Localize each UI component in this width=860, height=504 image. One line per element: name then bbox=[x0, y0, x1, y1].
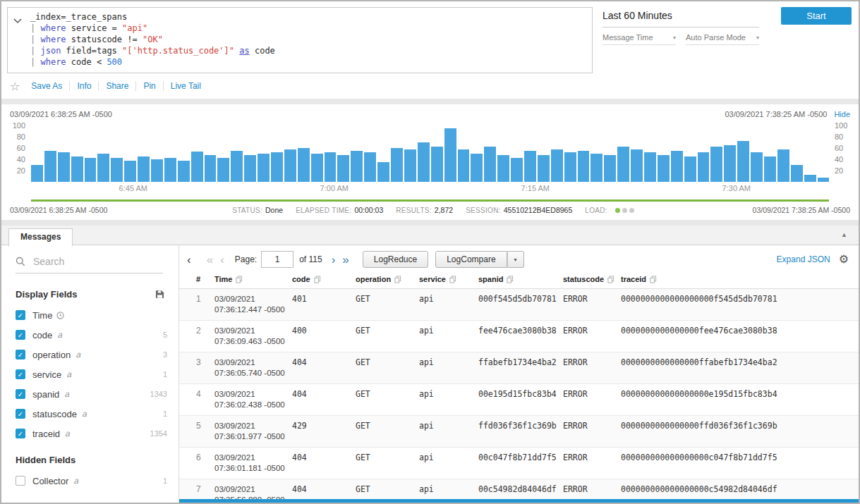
histogram-bar[interactable] bbox=[604, 155, 616, 182]
field-row-operation[interactable]: ✓operationa3 bbox=[16, 345, 167, 364]
field-checkbox[interactable]: ✓ bbox=[16, 389, 25, 399]
column-header-spanid[interactable]: spanid bbox=[478, 275, 563, 283]
histogram-bar[interactable] bbox=[777, 149, 789, 182]
start-button[interactable]: Start bbox=[781, 7, 852, 25]
histogram-bar[interactable] bbox=[751, 152, 763, 182]
histogram-bar[interactable] bbox=[591, 154, 602, 182]
histogram-bar[interactable] bbox=[511, 158, 523, 182]
histogram-bar[interactable] bbox=[217, 158, 229, 182]
column-header-num[interactable]: # bbox=[196, 275, 214, 283]
message-time-dropdown[interactable]: Message Time ▾ bbox=[602, 33, 676, 45]
field-row-collector[interactable]: Collectora1 bbox=[16, 471, 167, 491]
histogram-bar[interactable] bbox=[284, 149, 296, 182]
histogram-bar[interactable] bbox=[364, 152, 376, 182]
settings-gear-icon[interactable]: ⚙ bbox=[839, 254, 849, 265]
field-checkbox[interactable]: ✓ bbox=[16, 350, 25, 359]
expand-json-link[interactable]: Expand JSON bbox=[777, 254, 830, 264]
histogram-bar[interactable] bbox=[818, 178, 830, 182]
copy-icon[interactable] bbox=[607, 276, 614, 283]
time-range-dropdown[interactable]: Last 60 Minutes bbox=[602, 7, 759, 27]
save-fields-icon[interactable] bbox=[155, 290, 164, 299]
histogram-bar[interactable] bbox=[31, 165, 43, 182]
histogram-bar[interactable] bbox=[164, 158, 176, 182]
table-row[interactable]: 203/09/202107:36:09.463 -0500400GETapife… bbox=[179, 321, 859, 352]
horizontal-scrollbar[interactable] bbox=[179, 499, 859, 503]
histogram-bar[interactable] bbox=[791, 165, 803, 182]
copy-icon[interactable] bbox=[449, 276, 456, 283]
histogram-bar[interactable] bbox=[497, 155, 509, 182]
histogram-bar[interactable] bbox=[298, 148, 310, 182]
histogram-bar[interactable] bbox=[698, 152, 710, 182]
histogram-bar[interactable] bbox=[404, 149, 416, 182]
histogram-bar[interactable] bbox=[644, 152, 656, 182]
table-row[interactable]: 503/09/202107:36:01.977 -0500429GETapiff… bbox=[179, 416, 859, 448]
histogram-bar[interactable] bbox=[524, 151, 536, 182]
histogram-bar[interactable] bbox=[71, 156, 83, 182]
histogram-bar[interactable] bbox=[551, 149, 563, 182]
copy-icon[interactable] bbox=[394, 276, 401, 283]
prev-page-icon[interactable]: ‹ bbox=[217, 254, 228, 266]
next-page-icon[interactable]: › bbox=[328, 254, 339, 266]
column-header-statuscode[interactable]: statuscode bbox=[563, 275, 621, 283]
histogram-bar[interactable] bbox=[458, 149, 470, 182]
histogram-bar[interactable] bbox=[111, 158, 123, 182]
table-row[interactable]: 303/09/202107:36:05.740 -0500404GETapiff… bbox=[179, 352, 859, 384]
histogram-bar[interactable] bbox=[724, 145, 736, 182]
action-link-live-tail[interactable]: Live Tail bbox=[163, 81, 208, 91]
column-header-operation[interactable]: operation bbox=[356, 275, 419, 283]
histogram-bar[interactable] bbox=[431, 147, 443, 182]
histogram-bar[interactable] bbox=[337, 155, 349, 182]
histogram-bar[interactable] bbox=[671, 151, 683, 182]
histogram-bar[interactable] bbox=[58, 152, 70, 182]
histogram-bar[interactable] bbox=[377, 162, 389, 182]
parse-mode-dropdown[interactable]: Auto Parse Mode ▾ bbox=[686, 33, 759, 45]
histogram-bar[interactable] bbox=[617, 147, 629, 182]
action-link-pin[interactable]: Pin bbox=[135, 81, 162, 91]
field-row-traceid[interactable]: ✓traceida1354 bbox=[16, 424, 167, 443]
column-header-service[interactable]: service bbox=[419, 275, 478, 283]
histogram-bar[interactable] bbox=[44, 151, 56, 182]
field-checkbox[interactable]: ✓ bbox=[16, 310, 25, 320]
histogram-bar[interactable] bbox=[658, 155, 670, 182]
copy-icon[interactable] bbox=[650, 276, 657, 283]
collapse-panel-icon[interactable]: ▲ bbox=[841, 231, 847, 238]
action-link-share[interactable]: Share bbox=[98, 81, 135, 91]
histogram-bar[interactable] bbox=[804, 175, 816, 182]
field-row-code[interactable]: ✓codea5 bbox=[16, 325, 167, 345]
histogram-bar[interactable] bbox=[178, 161, 190, 182]
query-editor[interactable]: _index=_trace_spans| where service = "ap… bbox=[7, 7, 593, 73]
copy-icon[interactable] bbox=[314, 276, 321, 283]
column-header-traceid[interactable]: traceid bbox=[621, 275, 859, 283]
column-header-time[interactable]: Time bbox=[214, 275, 292, 283]
logcompare-dropdown-button[interactable]: ▾ bbox=[507, 251, 524, 268]
tab-messages[interactable]: Messages bbox=[8, 228, 73, 247]
action-link-info[interactable]: Info bbox=[69, 81, 98, 91]
histogram-bar[interactable] bbox=[710, 147, 722, 182]
histogram-bar[interactable] bbox=[231, 151, 243, 182]
copy-icon[interactable] bbox=[236, 276, 243, 283]
field-row-spanid[interactable]: ✓spanida1343 bbox=[16, 384, 167, 404]
logcompare-button[interactable]: LogCompare bbox=[435, 251, 507, 268]
field-row-service[interactable]: ✓servicea1 bbox=[16, 364, 167, 384]
field-checkbox[interactable]: ✓ bbox=[16, 369, 25, 379]
histogram-bar[interactable] bbox=[258, 154, 269, 182]
histogram-bar[interactable] bbox=[85, 158, 97, 182]
histogram-bar[interactable] bbox=[124, 161, 136, 182]
column-header-code[interactable]: code bbox=[292, 275, 356, 283]
field-search[interactable] bbox=[16, 255, 163, 273]
field-checkbox[interactable]: ✓ bbox=[16, 409, 25, 419]
histogram-bar[interactable] bbox=[564, 152, 576, 182]
histogram-bar[interactable] bbox=[764, 156, 776, 182]
histogram-bar[interactable] bbox=[684, 156, 696, 182]
table-row[interactable]: 403/09/202107:36:02.438 -0500404GETapi00… bbox=[179, 384, 859, 416]
copy-icon[interactable] bbox=[507, 276, 514, 283]
histogram-bar[interactable] bbox=[325, 152, 337, 182]
histogram-bar[interactable] bbox=[191, 152, 203, 182]
histogram-bar[interactable] bbox=[538, 155, 550, 182]
histogram-bar[interactable] bbox=[138, 156, 150, 182]
histogram-bar[interactable] bbox=[391, 148, 403, 182]
table-row[interactable]: 103/09/202107:36:12.447 -0500401GETapi00… bbox=[179, 289, 859, 321]
histogram-bar[interactable] bbox=[631, 149, 643, 182]
table-row[interactable]: 603/09/202107:36:01.181 -0500404GETapi00… bbox=[179, 448, 859, 479]
favorite-star-icon[interactable]: ☆ bbox=[10, 80, 20, 93]
